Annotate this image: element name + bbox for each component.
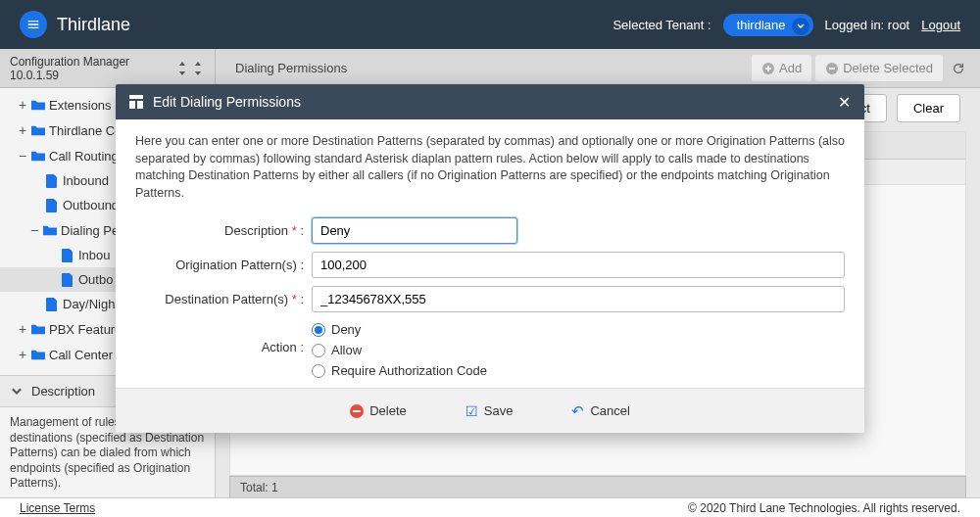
layout-icon	[129, 95, 143, 109]
file-icon	[45, 174, 59, 188]
expand-icon[interactable]: +	[18, 97, 27, 113]
footer: License Terms © 2020 Third Lane Technolo…	[0, 497, 980, 517]
minus-icon	[825, 62, 839, 75]
total-bar: Total: 1	[229, 476, 966, 499]
action-label: Action :	[135, 320, 312, 354]
sort-icon	[175, 62, 189, 75]
action-radio-authcode[interactable]: Require Authorization Code	[312, 363, 487, 378]
collapse-icon[interactable]: −	[29, 222, 39, 238]
delete-selected-button[interactable]: Delete Selected	[815, 55, 943, 81]
modal-description: Here you can enter one or more Destinati…	[135, 133, 845, 202]
undo-icon: ↶	[571, 402, 584, 420]
secondary-bar: Configuration Manager 10.0.1.59 Dialing …	[0, 49, 980, 88]
svg-rect-2	[129, 95, 143, 99]
radio-icon	[312, 344, 325, 357]
folder-icon	[31, 322, 45, 336]
refresh-button[interactable]	[947, 62, 970, 75]
sort-icon	[191, 62, 205, 75]
file-icon	[45, 298, 59, 311]
expand-icon[interactable]: +	[18, 347, 27, 362]
delete-icon	[350, 404, 364, 418]
top-header: Thirdlane Selected Tenant : thirdlane Lo…	[0, 0, 980, 49]
destination-input[interactable]	[312, 286, 845, 312]
add-button[interactable]: Add	[752, 55, 811, 81]
radio-icon	[312, 364, 325, 378]
modal-footer: Delete ☑ Save ↶ Cancel	[116, 388, 864, 433]
modal-title: Edit Dialing Permissions	[153, 94, 301, 110]
collapse-icon[interactable]: −	[18, 148, 27, 164]
selected-tenant-label: Selected Tenant :	[612, 18, 710, 32]
file-icon	[61, 273, 74, 287]
plus-icon	[761, 62, 775, 75]
copyright: © 2020 Third Lane Technologies. All righ…	[688, 501, 960, 515]
expand-icon[interactable]: +	[18, 321, 27, 337]
tenant-name: thirdlane	[737, 18, 786, 32]
modal-save-button[interactable]: ☑ Save	[466, 403, 514, 419]
origination-input[interactable]	[312, 252, 845, 278]
tenant-selector[interactable]: thirdlane	[723, 14, 813, 36]
edit-dialing-permissions-modal: Edit Dialing Permissions ✕ Here you can …	[116, 84, 864, 433]
brand-logo-icon	[20, 11, 47, 38]
radio-icon	[312, 323, 325, 337]
logged-in-label: Logged in: root	[825, 18, 910, 32]
modal-delete-button[interactable]: Delete	[350, 403, 407, 418]
folder-icon	[43, 223, 57, 237]
clear-button[interactable]: Clear	[897, 94, 960, 122]
close-button[interactable]: ✕	[838, 93, 851, 112]
modal-header: Edit Dialing Permissions ✕	[116, 84, 864, 119]
svg-rect-3	[129, 101, 135, 109]
modal-cancel-button[interactable]: ↶ Cancel	[571, 402, 629, 420]
breadcrumb: Dialing Permissions	[216, 61, 367, 75]
svg-rect-4	[137, 101, 143, 109]
action-radio-allow[interactable]: Allow	[312, 343, 487, 357]
chevron-down-icon	[10, 385, 24, 399]
save-icon: ☑	[466, 403, 478, 419]
folder-icon	[31, 98, 45, 112]
destination-label: Destination Pattern(s) * :	[135, 292, 312, 306]
refresh-icon	[952, 62, 965, 75]
action-radio-deny[interactable]: Deny	[312, 322, 487, 337]
description-input[interactable]	[312, 217, 517, 244]
origination-label: Origination Pattern(s) :	[135, 258, 312, 272]
chevron-down-icon	[792, 18, 809, 35]
expand-icon[interactable]: +	[18, 122, 27, 138]
license-link[interactable]: License Terms	[20, 501, 95, 515]
logout-link[interactable]: Logout	[921, 18, 960, 32]
brand-name: Thirdlane	[57, 15, 130, 35]
folder-icon	[31, 123, 45, 137]
folder-icon	[31, 348, 45, 361]
config-version[interactable]: Configuration Manager 10.0.1.59	[0, 49, 216, 87]
file-icon	[61, 249, 74, 262]
description-label: Description * :	[135, 223, 312, 238]
folder-icon	[31, 149, 45, 163]
file-icon	[45, 199, 59, 212]
